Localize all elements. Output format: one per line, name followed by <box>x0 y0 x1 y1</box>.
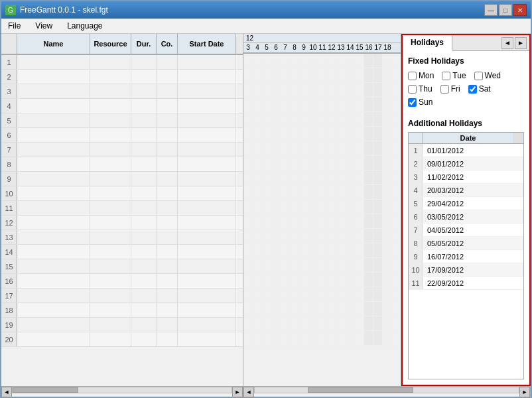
holiday-row[interactable]: 9 16/07/2012 <box>409 250 523 263</box>
checkbox-tue-input[interactable] <box>442 72 450 80</box>
cell-dur[interactable] <box>131 201 157 215</box>
table-row[interactable]: 4 <box>1 99 243 113</box>
checkbox-tue[interactable]: Tue <box>442 71 466 80</box>
cell-co[interactable] <box>157 55 178 69</box>
cell-dur[interactable] <box>131 186 157 200</box>
holiday-date[interactable]: 04/05/2012 <box>423 224 523 236</box>
chart-scroll-right-button[interactable]: ► <box>519 387 530 397</box>
cell-startdate[interactable] <box>178 143 236 157</box>
holiday-row[interactable]: 6 03/05/2012 <box>409 210 523 224</box>
holiday-date[interactable]: 01/01/2012 <box>423 144 523 157</box>
cell-co[interactable] <box>157 113 178 127</box>
table-row[interactable]: 10 <box>1 186 243 201</box>
cell-dur[interactable] <box>131 289 157 302</box>
cell-resource[interactable] <box>90 245 131 259</box>
cell-resource[interactable] <box>90 201 131 215</box>
cell-co[interactable] <box>157 318 178 332</box>
checkbox-sat-input[interactable] <box>468 85 477 94</box>
cell-startdate[interactable] <box>178 70 236 84</box>
close-button[interactable]: ✕ <box>513 4 527 16</box>
table-row[interactable]: 7 <box>1 143 243 157</box>
cell-startdate[interactable] <box>178 289 236 302</box>
cell-resource[interactable] <box>90 303 131 317</box>
cell-resource[interactable] <box>90 289 131 302</box>
checkbox-sun[interactable]: Sun <box>408 98 432 107</box>
cell-co[interactable] <box>157 84 178 98</box>
cell-startdate[interactable] <box>178 113 236 127</box>
holiday-date[interactable]: 11/02/2012 <box>423 170 523 183</box>
table-row[interactable]: 15 <box>1 259 243 274</box>
checkbox-wed[interactable]: Wed <box>474 71 501 80</box>
minimize-button[interactable]: — <box>484 4 498 16</box>
holiday-row[interactable]: 8 05/05/2012 <box>409 237 523 250</box>
cell-dur[interactable] <box>131 318 157 332</box>
cell-resource[interactable] <box>90 157 131 171</box>
cell-dur[interactable] <box>131 172 157 186</box>
table-row[interactable]: 8 <box>1 157 243 172</box>
cell-resource[interactable] <box>90 332 131 346</box>
cell-name[interactable] <box>17 55 90 69</box>
cell-dur[interactable] <box>131 70 157 84</box>
chart-scroll-track[interactable] <box>254 387 519 393</box>
cell-name[interactable] <box>17 289 90 302</box>
holidays-table-body[interactable]: 1 01/01/2012 2 09/01/2012 3 11/02/2012 4… <box>409 144 523 379</box>
checkbox-thu[interactable]: Thu <box>408 84 432 94</box>
cell-name[interactable] <box>17 245 90 259</box>
holiday-date[interactable]: 22/09/2012 <box>423 277 523 289</box>
maximize-button[interactable]: □ <box>499 4 512 16</box>
checkbox-sat[interactable]: Sat <box>468 84 491 94</box>
cell-startdate[interactable] <box>178 201 236 215</box>
table-row[interactable]: 2 <box>1 70 243 84</box>
cell-name[interactable] <box>17 99 90 113</box>
cell-name[interactable] <box>17 157 90 171</box>
cell-name[interactable] <box>17 84 90 98</box>
cell-resource[interactable] <box>90 113 131 127</box>
cell-startdate[interactable] <box>178 55 236 69</box>
cell-startdate[interactable] <box>178 274 236 288</box>
cell-resource[interactable] <box>90 143 131 157</box>
table-row[interactable]: 9 <box>1 172 243 186</box>
cell-co[interactable] <box>157 157 178 171</box>
cell-name[interactable] <box>17 186 90 200</box>
table-row[interactable]: 1 <box>1 55 243 70</box>
cell-resource[interactable] <box>90 172 131 186</box>
cell-name[interactable] <box>17 201 90 215</box>
holidays-prev-button[interactable]: ◄ <box>501 37 513 49</box>
menu-file[interactable]: File <box>4 20 25 32</box>
cell-co[interactable] <box>157 259 178 273</box>
table-row[interactable]: 18 <box>1 303 243 318</box>
cell-startdate[interactable] <box>178 332 236 346</box>
checkbox-mon-input[interactable] <box>408 72 417 80</box>
cell-dur[interactable] <box>131 230 157 244</box>
cell-resource[interactable] <box>90 318 131 332</box>
table-row[interactable]: 11 <box>1 201 243 216</box>
cell-co[interactable] <box>157 128 178 142</box>
cell-startdate[interactable] <box>178 157 236 171</box>
cell-dur[interactable] <box>131 303 157 317</box>
chart-scroll-left-button[interactable]: ◄ <box>243 387 254 397</box>
cell-name[interactable] <box>17 274 90 288</box>
cell-co[interactable] <box>157 303 178 317</box>
table-row[interactable]: 12 <box>1 216 243 230</box>
checkbox-fri[interactable]: Fri <box>440 84 460 94</box>
cell-startdate[interactable] <box>178 245 236 259</box>
cell-co[interactable] <box>157 245 178 259</box>
cell-name[interactable] <box>17 303 90 317</box>
cell-co[interactable] <box>157 289 178 302</box>
checkbox-wed-input[interactable] <box>474 72 483 80</box>
cell-dur[interactable] <box>131 113 157 127</box>
table-row[interactable]: 5 <box>1 113 243 128</box>
holiday-row[interactable]: 5 29/04/2012 <box>409 197 523 210</box>
holiday-row[interactable]: 3 11/02/2012 <box>409 170 523 184</box>
scroll-right-button[interactable]: ► <box>232 387 243 397</box>
cell-co[interactable] <box>157 172 178 186</box>
cell-resource[interactable] <box>90 274 131 288</box>
checkbox-mon[interactable]: Mon <box>408 71 434 80</box>
cell-resource[interactable] <box>90 230 131 244</box>
cell-dur[interactable] <box>131 84 157 98</box>
cell-name[interactable] <box>17 318 90 332</box>
cell-dur[interactable] <box>131 332 157 346</box>
cell-co[interactable] <box>157 274 178 288</box>
table-row[interactable]: 19 <box>1 318 243 332</box>
table-row[interactable]: 6 <box>1 128 243 143</box>
